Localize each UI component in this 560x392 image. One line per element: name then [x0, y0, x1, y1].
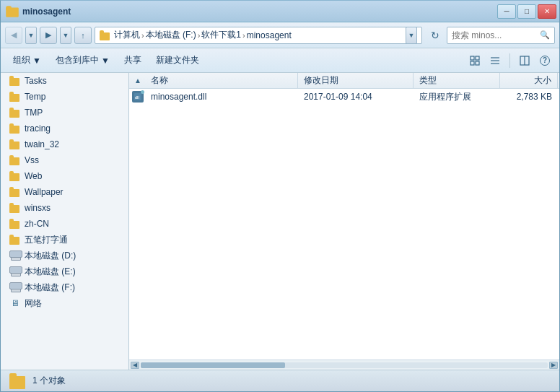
include-library-label: 包含到库中 [56, 54, 99, 66]
file-name-cell: minosagent.dll [145, 89, 298, 105]
status-count: 1 个对象 [32, 375, 66, 387]
organize-label: 组织 [13, 54, 30, 66]
svg-text:dll: dll [135, 95, 139, 100]
sidebar-item[interactable]: Tasks [1, 73, 120, 89]
path-part-current[interactable]: minosagent [247, 30, 292, 40]
toolbar: 组织 ▼ 包含到库中 ▼ 共享 新建文件夹 [1, 48, 559, 73]
svg-rect-2 [471, 61, 474, 65]
sort-indicator: ▲ [131, 73, 145, 89]
titlebar-buttons: ─ □ ✕ [497, 4, 556, 19]
back-dropdown[interactable]: ▼ [25, 27, 37, 44]
toolbar-sep [509, 53, 510, 68]
path-part-computer[interactable]: 计算机 [114, 29, 140, 41]
sidebar-item-label: winsxs [25, 203, 51, 213]
minimize-button[interactable]: ─ [497, 4, 516, 19]
path-part-folder1[interactable]: 软件下载1 [201, 29, 241, 41]
sidebar-item[interactable]: Temp [1, 89, 120, 105]
refresh-button[interactable]: ↻ [426, 27, 444, 44]
col-header-name[interactable]: 名称 [145, 73, 298, 89]
view-list-button[interactable] [486, 52, 504, 69]
sidebar-item-label: 网络 [25, 297, 42, 310]
main-area: TasksTempTMPtracingtwain_32VssWebWallpap… [1, 73, 559, 370]
horizontal-scrollbar[interactable]: ◀ ▶ [129, 360, 559, 370]
drive-icon [9, 282, 21, 292]
sidebar-item-label: 本地磁盘 (D:) [25, 250, 76, 262]
path-part-drive[interactable]: 本地磁盘 (F:) [146, 29, 196, 41]
hscroll-thumb[interactable] [141, 362, 285, 368]
file-type-cell: 应用程序扩展 [414, 89, 500, 105]
sidebar-item[interactable]: 🖥网络 [1, 295, 120, 311]
search-box[interactable]: 🔍 [447, 27, 555, 44]
sidebar-item[interactable]: tracing [1, 121, 120, 136]
sidebar-item[interactable]: 本地磁盘 (E:) [1, 263, 120, 279]
sidebar-item[interactable]: zh-CN [1, 216, 120, 232]
folder-icon [9, 76, 21, 86]
sidebar-item[interactable]: Wallpaper [1, 184, 120, 200]
address-bar[interactable]: 计算机 › 本地磁盘 (F:) › 软件下载1 › minosagent ▼ [95, 27, 422, 44]
sidebar-item[interactable]: Vss [1, 152, 120, 168]
new-folder-button[interactable]: 新建文件夹 [149, 51, 206, 70]
forward-button[interactable]: ▶ [40, 27, 57, 44]
address-dropdown[interactable]: ▼ [406, 27, 417, 44]
preview-icon [520, 56, 530, 66]
file-icon: dll [131, 89, 145, 105]
sidebar-item-label: 本地磁盘 (E:) [25, 266, 76, 278]
share-label: 共享 [124, 54, 141, 66]
hscroll-left-button[interactable]: ◀ [131, 362, 139, 369]
preview-pane-button[interactable] [516, 52, 533, 69]
col-header-type[interactable]: 类型 [414, 73, 500, 89]
folder-icon [9, 187, 21, 197]
up-button[interactable]: ↑ [74, 27, 92, 44]
folder-icon [9, 139, 21, 149]
include-library-button[interactable]: 包含到库中 ▼ [49, 51, 116, 70]
titlebar-icon [6, 6, 19, 17]
back-button[interactable]: ◀ [5, 27, 22, 44]
organize-button[interactable]: 组织 ▼ [6, 51, 48, 70]
sidebar-item[interactable]: Web [1, 168, 120, 184]
sidebar: TasksTempTMPtracingtwain_32VssWebWallpap… [1, 73, 120, 370]
close-button[interactable]: ✕ [538, 4, 556, 19]
file-size-cell: 2,783 KB [500, 89, 558, 105]
hscroll-track[interactable] [141, 362, 548, 368]
sidebar-item[interactable]: twain_32 [1, 136, 120, 152]
folder-icon [9, 155, 21, 165]
sidebar-item[interactable]: 五笔打字通 [1, 232, 120, 248]
svg-rect-1 [476, 56, 479, 60]
file-list: dll minosagent.dll2017-01-09 14:04应用程序扩展… [129, 89, 559, 360]
sidebar-item[interactable]: winsxs [1, 200, 120, 216]
help-button[interactable]: ? [536, 52, 554, 69]
drive-icon [9, 251, 21, 261]
include-library-dropdown-icon: ▼ [101, 56, 110, 66]
status-folder-icon [9, 373, 25, 389]
dll-file-icon: dll [132, 91, 144, 103]
forward-dropdown[interactable]: ▼ [60, 27, 71, 44]
view-properties-button[interactable] [466, 52, 484, 69]
sidebar-item[interactable]: 本地磁盘 (F:) [1, 279, 120, 295]
col-header-date[interactable]: 修改日期 [298, 73, 414, 89]
folder-icon [9, 219, 21, 229]
toolbar-right: ? [466, 52, 554, 69]
sidebar-item-label: Web [25, 171, 42, 181]
share-button[interactable]: 共享 [118, 51, 148, 70]
col-header-size[interactable]: 大小 [500, 73, 558, 89]
file-area: ▲ 名称 修改日期 类型 大小 dll minosagent.dll2017-0… [129, 73, 559, 370]
sidebar-item-label: 本地磁盘 (F:) [25, 282, 75, 294]
search-input[interactable] [452, 30, 537, 40]
folder-icon [9, 203, 21, 213]
search-icon: 🔍 [540, 30, 550, 40]
svg-rect-3 [476, 61, 479, 65]
folder-icon [9, 171, 21, 181]
folder-icon [9, 92, 21, 102]
folder-icon [9, 108, 21, 118]
navbar: ◀ ▼ ▶ ▼ ↑ 计算机 › 本地磁盘 (F:) › 软件下载1 › mino… [1, 22, 559, 48]
titlebar: minosagent ─ □ ✕ [1, 1, 559, 22]
table-row[interactable]: dll minosagent.dll2017-01-09 14:04应用程序扩展… [129, 89, 559, 105]
sidebar-item-label: zh-CN [25, 219, 49, 229]
sidebar-item[interactable]: TMP [1, 105, 120, 121]
network-icon: 🖥 [9, 298, 21, 308]
hscroll-right-button[interactable]: ▶ [549, 362, 558, 369]
sidebar-item-label: Wallpaper [25, 187, 64, 197]
sidebar-item[interactable]: 本地磁盘 (D:) [1, 248, 120, 263]
statusbar: 1 个对象 [1, 370, 559, 391]
maximize-button[interactable]: □ [517, 4, 536, 19]
